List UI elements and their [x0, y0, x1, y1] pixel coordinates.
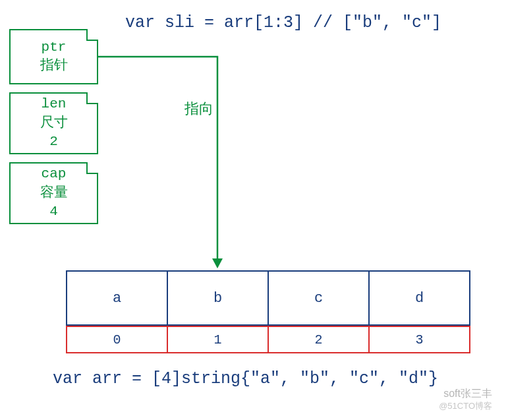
watermark-line1: soft张三丰: [439, 387, 492, 401]
diagram-canvas: var sli = arr[1:3] // ["b", "c"] ptr 指针 …: [0, 0, 508, 420]
index-cell: 1: [167, 326, 269, 353]
backing-array: a b c d: [66, 270, 470, 326]
arrow-label: 指向: [184, 99, 213, 119]
box-notch-icon: [86, 92, 98, 104]
ptr-name: ptr: [11, 38, 97, 57]
ptr-zh-label: 指针: [11, 57, 97, 75]
len-value: 2: [11, 133, 97, 151]
index-cell: 0: [66, 326, 168, 353]
slice-field-cap: cap 容量 4: [9, 162, 98, 224]
watermark-line2: @51CTO博客: [439, 401, 492, 412]
watermark: soft张三丰 @51CTO博客: [439, 387, 492, 412]
box-notch-icon: [86, 162, 98, 174]
len-name: len: [11, 95, 97, 113]
index-cell: 2: [268, 326, 370, 353]
array-cell: c: [268, 270, 370, 326]
cap-zh-label: 容量: [11, 184, 97, 202]
box-notch-icon: [86, 29, 98, 41]
len-zh-label: 尺寸: [11, 114, 97, 133]
array-cell: d: [368, 270, 470, 326]
code-slice-declaration: var sli = arr[1:3] // ["b", "c"]: [125, 13, 441, 32]
code-array-declaration: var arr = [4]string{"a", "b", "c", "d"}: [53, 369, 438, 388]
index-cell: 3: [368, 326, 470, 353]
cap-value: 4: [11, 202, 97, 221]
cap-name: cap: [11, 165, 97, 183]
slice-field-len: len 尺寸 2: [9, 92, 98, 154]
array-cell: b: [167, 270, 269, 326]
array-cell: a: [66, 270, 168, 326]
slice-field-ptr: ptr 指针: [9, 29, 98, 84]
index-row: 0 1 2 3: [66, 326, 470, 353]
